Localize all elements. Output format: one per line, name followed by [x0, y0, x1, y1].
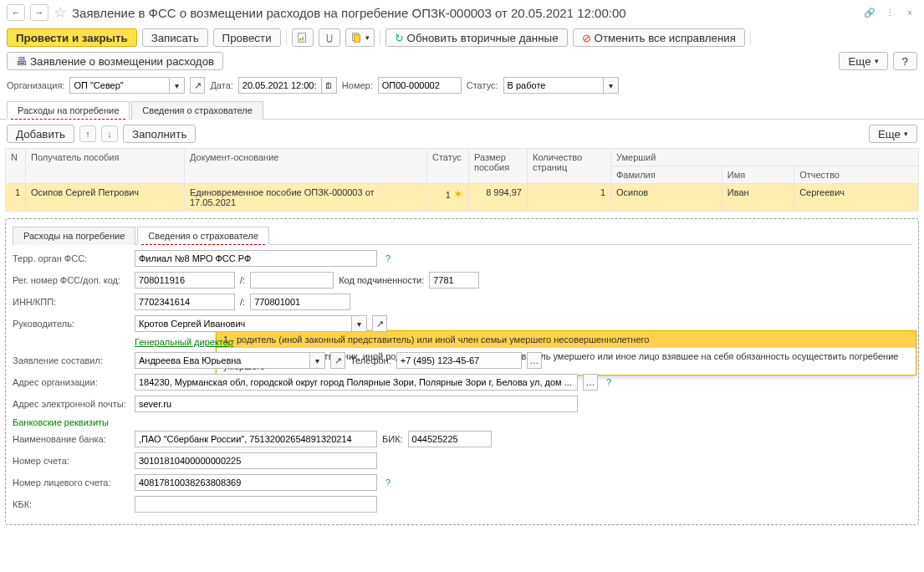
insurer-subform: Расходы на погребение Сведения о страхов… [5, 218, 919, 525]
kodpod-label: Код подчиненности: [339, 275, 424, 285]
star-icon[interactable]: ☆ [54, 3, 67, 22]
addr-edit-button[interactable]: … [583, 374, 598, 391]
kbk-input[interactable] [135, 496, 377, 513]
refresh-button[interactable]: ↻Обновить вторичные данные [385, 28, 568, 47]
move-down-button[interactable]: ↓ [101, 125, 118, 142]
help-icon[interactable]: ? [603, 377, 615, 387]
sub-tab-expenses[interactable]: Расходы на погребение [13, 227, 135, 245]
pers-input[interactable] [135, 474, 377, 491]
chevron-down-icon: ▾ [875, 57, 879, 65]
editing-icon: ✶ [453, 187, 463, 201]
table-row[interactable]: 1 Осипов Сергей Петрович Единовременное … [6, 184, 919, 212]
inn-input[interactable] [135, 294, 235, 310]
copy-button[interactable]: ▾ [345, 28, 375, 47]
pers-label: Номер лицевого счета: [13, 478, 130, 488]
help-icon[interactable]: ? [382, 478, 394, 488]
arrow-right-icon: → [35, 8, 44, 18]
phone-input[interactable] [396, 352, 522, 369]
print-label: Заявление о возмещении расходов [30, 55, 214, 68]
slash-label: /: [240, 297, 245, 307]
calendar-icon[interactable]: 🗓 [322, 77, 337, 94]
cell-name: Иван [722, 184, 794, 212]
col-name: Имя [722, 166, 794, 184]
cell-status[interactable]: 1 ✶ [427, 184, 469, 212]
kpp-input[interactable] [250, 294, 350, 310]
svg-rect-2 [302, 37, 304, 40]
expenses-table: N Получатель пособия Документ-основание … [5, 148, 919, 212]
arrow-left-icon: ← [12, 8, 21, 18]
org-input[interactable] [69, 77, 170, 94]
col-n: N [6, 149, 26, 184]
status-input[interactable] [503, 77, 604, 94]
close-icon[interactable]: × [902, 5, 917, 20]
author-input[interactable] [135, 352, 310, 369]
more-button[interactable]: Еще ▾ [839, 52, 887, 70]
kodpod-input[interactable] [429, 272, 479, 289]
post-button[interactable]: Провести [213, 28, 281, 47]
arrow-up-icon: ↑ [85, 129, 90, 139]
phone-label: Телефон: [350, 355, 391, 365]
move-up-button[interactable]: ↑ [79, 125, 96, 142]
col-patronymic: Отчество [794, 166, 919, 184]
dropdown-icon[interactable]: ▾ [310, 352, 325, 369]
col-doc: Документ-основание [185, 149, 427, 184]
author-open-button[interactable]: ↗ [330, 352, 345, 369]
printer-icon: 🖶 [16, 55, 27, 68]
cancel-corrections-button[interactable]: ⊘Отменить все исправления [573, 28, 745, 47]
separator [380, 30, 380, 45]
fill-button[interactable]: Заполнить [123, 125, 196, 143]
report-button[interactable] [292, 28, 314, 47]
nav-forward-button[interactable]: → [30, 4, 48, 21]
bank-input[interactable] [135, 431, 377, 447]
col-surname: Фамилия [611, 166, 722, 184]
row-more-button[interactable]: Еще ▾ [869, 125, 917, 143]
status-dropdown-icon[interactable]: ▾ [604, 77, 619, 94]
author-label: Заявление составил: [13, 355, 130, 365]
head-open-button[interactable]: ↗ [372, 315, 387, 332]
email-label: Адрес электронной почты: [13, 399, 130, 409]
page-title: Заявление в ФСС о возмещении расходов на… [72, 6, 857, 20]
org-label: Организация: [7, 80, 64, 90]
row-more-label: Еще [878, 128, 901, 140]
chevron-down-icon: ▾ [904, 130, 908, 138]
print-application-button[interactable]: 🖶Заявление о возмещении расходов [7, 52, 223, 70]
more-label: Еще [848, 55, 870, 68]
col-deceased: Умерший [611, 149, 919, 166]
bank-label: Наименование банка: [13, 434, 130, 444]
svg-rect-1 [299, 38, 301, 41]
refresh-icon: ↻ [395, 32, 404, 44]
reg-input[interactable] [135, 272, 235, 289]
sub-tab-insurer[interactable]: Сведения о страхователе [137, 227, 269, 245]
tab-insurer[interactable]: Сведения о страхователе [131, 101, 263, 120]
help-button[interactable]: ? [893, 52, 917, 70]
col-recipient: Получатель пособия [26, 149, 185, 184]
separator [750, 30, 751, 45]
head-input[interactable] [135, 315, 352, 332]
help-icon[interactable]: ? [382, 253, 394, 263]
post-and-close-button[interactable]: Провести и закрыть [7, 28, 137, 47]
org-open-button[interactable]: ↗ [190, 77, 205, 94]
num-input[interactable] [378, 77, 462, 94]
bik-input[interactable] [408, 431, 492, 447]
phone-edit-button[interactable]: … [527, 352, 542, 369]
add-button[interactable]: Добавить [7, 125, 74, 143]
dropdown-icon[interactable]: ▾ [352, 315, 367, 332]
addr-input[interactable] [135, 374, 578, 391]
cancel-icon: ⊘ [582, 32, 591, 44]
reg-extra-input[interactable] [250, 272, 334, 289]
dropdown-icon[interactable]: ▾ [170, 77, 185, 94]
terr-label: Терр. орган ФСС: [13, 253, 130, 263]
terr-input[interactable] [135, 250, 377, 267]
nav-back-button[interactable]: ← [7, 4, 25, 21]
link-icon[interactable]: 🔗 [862, 5, 877, 20]
cell-n: 1 [6, 184, 26, 212]
addr-label: Адрес организации: [13, 377, 130, 387]
write-button[interactable]: Записать [142, 28, 208, 47]
acct-input[interactable] [135, 452, 377, 469]
tab-expenses[interactable]: Расходы на погребение [7, 101, 130, 120]
attach-button[interactable] [319, 28, 340, 47]
date-input[interactable] [238, 77, 322, 94]
email-input[interactable] [135, 396, 578, 412]
head-post-link[interactable]: Генеральный директор [135, 337, 233, 347]
more-vert-icon[interactable]: ⋮ [882, 5, 897, 20]
